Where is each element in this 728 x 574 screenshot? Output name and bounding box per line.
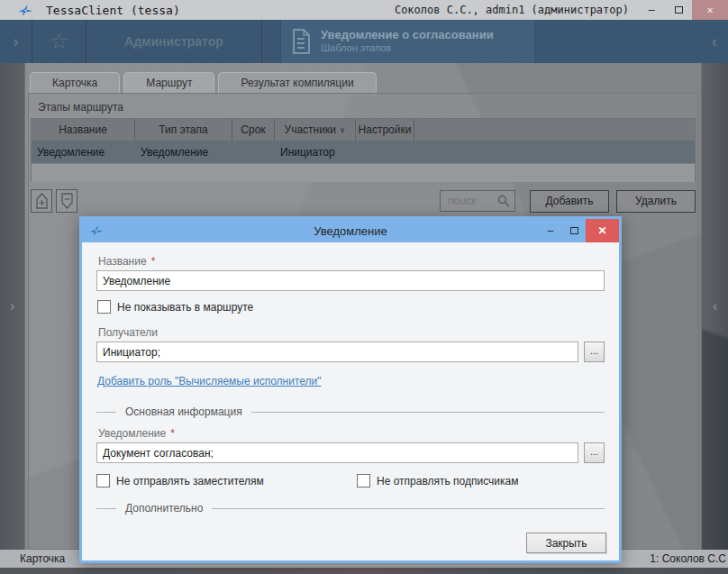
dialog-footer: Закрыть [526,533,606,553]
no-subscribers-row[interactable]: Не отправлять подписчикам [357,474,518,487]
tab-card[interactable]: Карточка [30,72,120,93]
window-titlebar: TessaClient (tessa) Соколов С.С., admin1… [0,0,728,20]
cell-type: Уведомление [135,146,232,159]
column-header-participants-label: Участники [285,123,336,136]
current-user-label: Соколов С.С., admin1 (администратор) [395,4,638,16]
move-down-button[interactable] [56,189,77,213]
main-info-section-label: Основная информация [125,405,242,418]
name-field[interactable] [96,270,605,291]
search-box[interactable] [440,190,515,212]
column-header-empty [414,119,695,141]
chevron-right-icon: › [10,297,15,315]
no-deputies-checkbox[interactable] [96,474,110,487]
favorites-button[interactable]: ☆ [32,20,86,63]
no-subscribers-label: Не отправлять подписчикам [377,475,518,487]
left-panel-toggle[interactable]: › [0,63,25,550]
notification-dialog: Уведомление – ✕ Название* Не показывать … [79,216,622,563]
route-stages-title: Этапы маршрута [38,101,697,114]
route-stages-table: Название Тип этапа Срок Участники ∨ Наст… [31,118,696,182]
recipients-field-label: Получатели [98,326,605,339]
status-right-label: 1: Соколов С.С [650,552,726,565]
recipients-row: ... [96,342,605,362]
tessa-logo-icon [89,224,104,237]
tessa-logo-icon [18,4,33,17]
toolbar-spacer [535,20,701,63]
active-card-tab[interactable]: Уведомление о согласовании Шаблон этапов [280,20,535,63]
search-icon [497,195,510,207]
dialog-body: Название* Не показывать в маршруте Получ… [82,242,619,563]
status-left-label: Карточка [20,552,65,565]
recipients-field[interactable] [96,342,578,362]
hide-in-route-label: Не показывать в маршруте [117,301,253,314]
notification-field-label: Уведомление* [98,427,605,440]
table-header-row: Название Тип этапа Срок Участники ∨ Наст… [32,119,695,141]
window-maximize-button[interactable] [665,0,692,20]
toolbar-expand-left-button[interactable]: › [0,20,32,63]
column-header-term[interactable]: Срок [232,119,275,141]
add-stage-button[interactable]: Добавить [530,190,609,213]
add-role-link[interactable]: Добавить роль "Вычисляемые исполнители" [97,375,321,387]
table-empty-area [32,163,695,182]
send-options-row: Не отправлять заместителям Не отправлять… [96,474,605,487]
recipients-picker-button[interactable]: ... [584,342,605,362]
arrow-down-minus-icon [61,193,73,209]
cell-participants: Инициатор [275,146,356,159]
window-minimize-button[interactable]: – [638,0,665,20]
notification-field[interactable] [96,442,578,463]
column-header-type[interactable]: Тип этапа [135,119,232,141]
move-up-button[interactable] [31,189,52,213]
window-close-button[interactable]: ✕ [692,0,728,20]
arrow-up-plus-icon [36,193,48,209]
chevron-down-icon: ∨ [340,125,346,134]
name-field-label: Название* [98,255,605,268]
name-label-text: Название [98,255,147,268]
separator-line [96,508,116,509]
tab-route[interactable]: Маршрут [123,72,214,93]
table-controls: Добавить Удалить [31,189,696,213]
required-mark: * [170,427,175,440]
notification-row: ... [96,442,605,463]
card-tabs: Карточка Маршрут Результат компиляции [30,72,377,93]
toolbar-expand-right-button[interactable]: ‹ [701,20,728,63]
chevron-left-icon: ‹ [712,32,717,51]
dialog-minimize-button[interactable]: – [539,219,562,242]
window-title: TessaClient (tessa) [46,4,180,17]
maximize-icon [675,6,683,14]
hide-in-route-checkbox[interactable] [97,300,111,314]
notification-picker-button[interactable]: ... [584,442,605,463]
dialog-titlebar[interactable]: Уведомление – ✕ [82,219,619,242]
separator-line [212,508,605,509]
separator-line [251,412,605,413]
no-subscribers-checkbox[interactable] [357,474,370,487]
dialog-window-buttons: – ✕ [539,219,619,242]
required-mark: * [151,255,156,268]
dialog-close-button[interactable]: ✕ [586,219,619,242]
search-input[interactable] [448,195,497,207]
no-deputies-row[interactable]: Не отправлять заместителям [96,474,357,487]
delete-stage-button[interactable]: Удалить [616,190,696,213]
column-header-participants[interactable]: Участники ∨ [275,119,356,141]
chevron-right-icon: › [13,32,18,51]
maximize-icon [570,227,578,234]
tab-compile-result[interactable]: Результат компиляции [218,72,376,93]
hide-in-route-row[interactable]: Не показывать в маршруте [97,300,605,314]
close-dialog-button[interactable]: Закрыть [526,533,606,553]
right-panel-toggle[interactable]: ‹ [701,63,728,550]
cell-name: Уведомление [32,146,135,159]
additional-section-label: Дополнительно [125,502,203,515]
column-header-name[interactable]: Название [32,119,135,141]
document-icon [290,28,312,55]
notification-label-text: Уведомление [98,427,166,440]
additional-separator: Дополнительно [96,502,605,515]
main-info-separator: Основная информация [96,405,605,418]
no-deputies-label: Не отправлять заместителям [116,475,264,487]
separator-line [96,412,116,413]
column-header-settings[interactable]: Настройки [356,119,414,141]
administrator-workspace-label[interactable]: Администратор [86,20,262,63]
dialog-maximize-button[interactable] [562,219,586,242]
card-subtitle: Шаблон этапов [321,42,494,55]
chevron-left-icon: ‹ [713,297,718,315]
main-toolbar: › ☆ Администратор Уведомление о согласов… [0,20,728,63]
table-row-selected[interactable]: Уведомление Уведомление Инициатор [32,141,695,163]
card-title: Уведомление о согласовании [321,28,494,42]
